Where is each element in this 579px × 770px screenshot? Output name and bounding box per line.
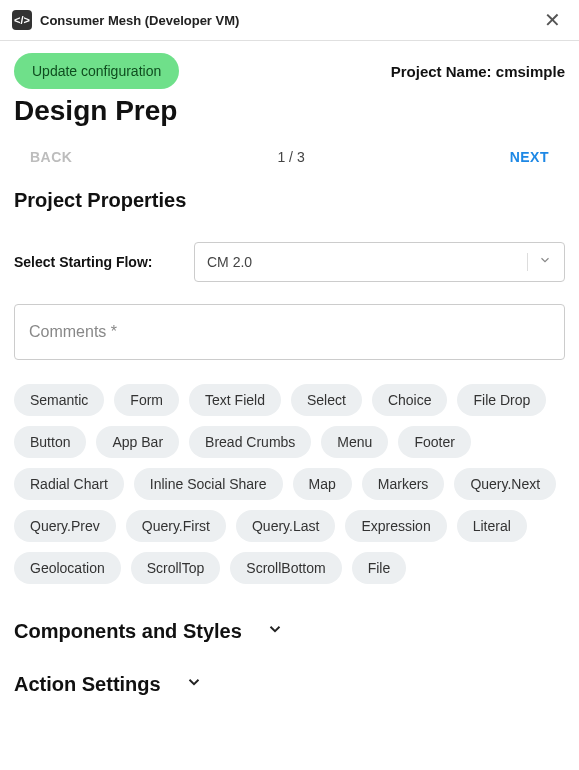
- next-button[interactable]: NEXT: [510, 149, 549, 165]
- chip-text-field[interactable]: Text Field: [189, 384, 281, 416]
- chip-file-drop[interactable]: File Drop: [457, 384, 546, 416]
- update-configuration-button[interactable]: Update configuration: [14, 53, 179, 89]
- chip-expression[interactable]: Expression: [345, 510, 446, 542]
- chip-query-prev[interactable]: Query.Prev: [14, 510, 116, 542]
- page-title: Design Prep: [14, 95, 565, 127]
- close-icon[interactable]: ✕: [538, 8, 567, 32]
- starting-flow-row: Select Starting Flow: CM 2.0: [14, 242, 565, 282]
- chip-query-last[interactable]: Query.Last: [236, 510, 335, 542]
- chip-radial-chart[interactable]: Radial Chart: [14, 468, 124, 500]
- step-counter: 1 / 3: [277, 149, 304, 165]
- titlebar: </> Consumer Mesh (Developer VM) ✕: [0, 0, 579, 41]
- chip-map[interactable]: Map: [293, 468, 352, 500]
- chip-scrolltop[interactable]: ScrollTop: [131, 552, 221, 584]
- chip-select[interactable]: Select: [291, 384, 362, 416]
- chip-app-bar[interactable]: App Bar: [96, 426, 179, 458]
- chip-file[interactable]: File: [352, 552, 407, 584]
- chip-scrollbottom[interactable]: ScrollBottom: [230, 552, 341, 584]
- back-button[interactable]: BACK: [30, 149, 72, 165]
- wizard-nav: BACK 1 / 3 NEXT: [14, 149, 565, 165]
- chip-menu[interactable]: Menu: [321, 426, 388, 458]
- starting-flow-select[interactable]: CM 2.0: [194, 242, 565, 282]
- project-name-prefix: Project Name:: [391, 63, 496, 80]
- components-and-styles-expander[interactable]: Components and Styles: [14, 620, 565, 643]
- chip-choice[interactable]: Choice: [372, 384, 448, 416]
- chevron-down-icon: [527, 253, 552, 271]
- section-project-properties: Project Properties: [14, 189, 565, 212]
- comments-input[interactable]: Comments *: [14, 304, 565, 360]
- chip-literal[interactable]: Literal: [457, 510, 527, 542]
- components-and-styles-title: Components and Styles: [14, 620, 242, 643]
- chip-form[interactable]: Form: [114, 384, 179, 416]
- starting-flow-label: Select Starting Flow:: [14, 254, 174, 270]
- chip-markers[interactable]: Markers: [362, 468, 445, 500]
- chevron-down-icon: [266, 620, 284, 643]
- chip-semantic[interactable]: Semantic: [14, 384, 104, 416]
- component-chips: SemanticFormText FieldSelectChoiceFile D…: [14, 384, 565, 584]
- chip-query-next[interactable]: Query.Next: [454, 468, 556, 500]
- project-name-value: cmsimple: [496, 63, 565, 80]
- chevron-down-icon: [185, 673, 203, 696]
- window-title: Consumer Mesh (Developer VM): [40, 13, 239, 28]
- titlebar-left: </> Consumer Mesh (Developer VM): [12, 10, 239, 30]
- chip-bread-crumbs[interactable]: Bread Crumbs: [189, 426, 311, 458]
- action-settings-expander[interactable]: Action Settings: [14, 673, 565, 696]
- chip-query-first[interactable]: Query.First: [126, 510, 226, 542]
- chip-button[interactable]: Button: [14, 426, 86, 458]
- app-icon: </>: [12, 10, 32, 30]
- starting-flow-value: CM 2.0: [207, 254, 252, 270]
- content-scroll[interactable]: Update configuration Project Name: cmsim…: [0, 41, 579, 770]
- chip-footer[interactable]: Footer: [398, 426, 470, 458]
- comments-placeholder: Comments *: [29, 323, 550, 341]
- chip-geolocation[interactable]: Geolocation: [14, 552, 121, 584]
- top-row: Update configuration Project Name: cmsim…: [14, 53, 565, 89]
- project-name: Project Name: cmsimple: [391, 63, 565, 80]
- action-settings-title: Action Settings: [14, 673, 161, 696]
- chip-inline-social-share[interactable]: Inline Social Share: [134, 468, 283, 500]
